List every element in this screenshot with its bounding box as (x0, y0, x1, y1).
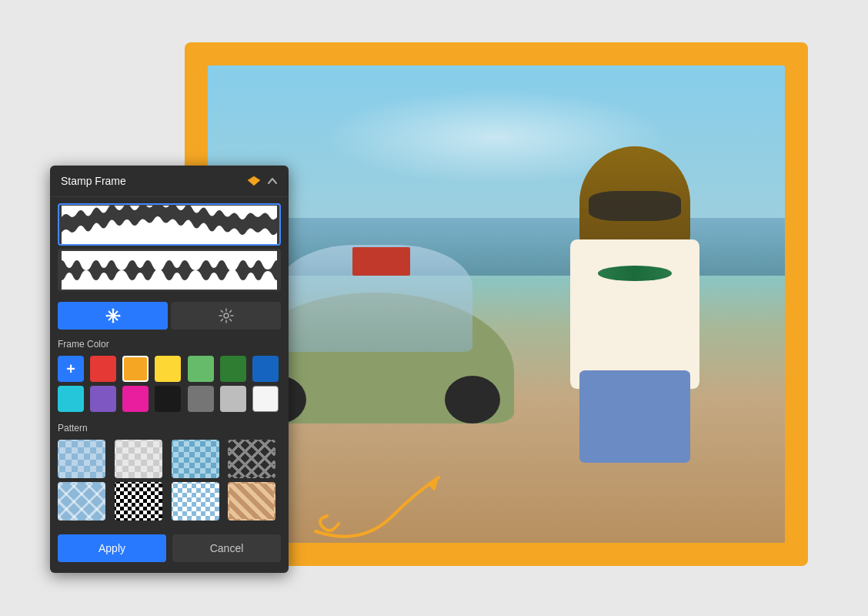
pattern-1[interactable] (58, 440, 105, 478)
color-black[interactable] (155, 386, 181, 412)
color-yellow[interactable] (155, 356, 181, 382)
color-blue[interactable] (252, 356, 279, 382)
color-green[interactable] (220, 356, 246, 382)
pattern-7[interactable] (172, 482, 219, 521)
color-red[interactable] (90, 356, 116, 382)
color-lightgray[interactable] (220, 386, 246, 412)
svg-marker-108 (427, 477, 439, 491)
panel-title: Stamp Frame (61, 175, 126, 187)
color-pink[interactable] (122, 386, 149, 412)
svg-point-120 (224, 313, 229, 318)
color-white[interactable] (252, 386, 279, 412)
pattern-6[interactable] (115, 482, 162, 521)
pattern-5[interactable] (58, 482, 105, 521)
panel-header-icons (247, 176, 278, 186)
color-orange[interactable] (122, 356, 149, 382)
stamp-cloud-preview-2 (62, 251, 277, 290)
stamp-preview-cloud[interactable] (58, 249, 281, 291)
pattern-3[interactable] (172, 440, 219, 478)
color-grid: + (50, 353, 289, 418)
svg-point-116 (112, 309, 114, 311)
color-lime[interactable] (188, 356, 214, 382)
svg-point-117 (112, 321, 114, 323)
stamp-wave-preview-1 (62, 206, 277, 244)
toggle-row (50, 297, 289, 334)
svg-point-119 (118, 315, 120, 317)
toggle-gear-btn[interactable] (171, 302, 281, 330)
stamp-frame-panel: Stamp Frame (50, 166, 289, 573)
cancel-button[interactable]: Cancel (172, 534, 281, 562)
action-buttons: Apply Cancel (50, 527, 289, 573)
pattern-2[interactable] (115, 440, 162, 478)
add-color-btn[interactable]: + (58, 356, 84, 382)
frame-color-label: Frame Color (50, 334, 289, 353)
pattern-8[interactable] (228, 482, 275, 521)
arrow-annotation (300, 462, 469, 547)
apply-button[interactable]: Apply (58, 534, 166, 562)
pattern-label: Pattern (50, 418, 289, 437)
photo-area (208, 65, 785, 543)
svg-point-118 (105, 315, 108, 317)
pattern-grid (50, 437, 289, 527)
panel-header: Stamp Frame (50, 166, 289, 197)
color-purple[interactable] (90, 386, 116, 412)
toggle-snowflake-btn[interactable] (58, 302, 168, 330)
pattern-4[interactable] (228, 440, 275, 478)
stamp-preview-wavy[interactable] (58, 203, 281, 246)
color-gray[interactable] (188, 386, 214, 412)
gem-icon (247, 176, 261, 186)
snowflake-icon (105, 308, 121, 323)
stamp-preview-list (50, 197, 289, 297)
gear-icon (219, 308, 234, 323)
color-cyan[interactable] (58, 386, 84, 412)
chevron-up-icon[interactable] (267, 177, 278, 185)
